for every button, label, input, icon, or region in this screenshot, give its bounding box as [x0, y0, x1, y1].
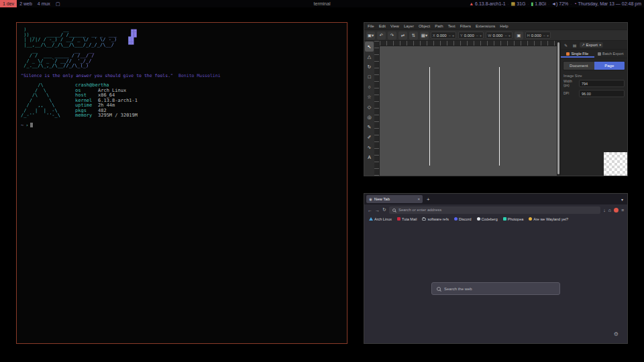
tool-3d-box[interactable]: ◇: [365, 102, 374, 112]
h-value[interactable]: 0.000: [531, 34, 542, 38]
x-label: X: [433, 34, 435, 38]
width-input[interactable]: 794: [579, 80, 625, 87]
bookmark-arch-linux[interactable]: Arch Linux: [369, 217, 392, 221]
tool-calligraphy[interactable]: ∿: [365, 142, 374, 152]
w-label: W: [488, 34, 491, 38]
w-value[interactable]: 0.000: [492, 34, 503, 38]
x-value[interactable]: 0.000: [437, 34, 447, 38]
list-tabs-icon[interactable]: ▾: [621, 197, 625, 202]
tab-title: New Tab: [374, 197, 390, 201]
reload-button[interactable]: ↻: [382, 207, 386, 213]
height-spinbox[interactable]: H 0.000 − +: [525, 32, 551, 39]
export-icon: ↗: [582, 43, 585, 47]
terminal-window[interactable]: ) __ ▄▄ )) _ _____/ /______ __ _ ___ ██ …: [16, 22, 347, 344]
forward-button[interactable]: →: [375, 208, 380, 213]
back-button[interactable]: ←: [368, 208, 372, 213]
volume-icon: ◄): [551, 1, 557, 6]
canvas[interactable]: [380, 46, 557, 176]
flip-horizontal-icon[interactable]: ⇄: [398, 32, 407, 40]
menu-help[interactable]: Help: [500, 24, 508, 28]
menu-object[interactable]: Object: [419, 24, 430, 28]
menu-extensions[interactable]: Extensions: [476, 24, 495, 28]
tab-batch-export[interactable]: Batch Export: [594, 50, 628, 58]
align-dropdown[interactable]: ▦▾: [420, 32, 429, 40]
menu-edit[interactable]: Edit: [379, 24, 386, 28]
tool-ellipse[interactable]: ○: [365, 82, 374, 92]
workspace-mux[interactable]: 4 mux: [35, 0, 53, 7]
layout-icon[interactable]: ▢: [53, 0, 63, 7]
bookmark-tuta-mail[interactable]: Tuta Mail: [397, 217, 417, 221]
plus-button[interactable]: +: [547, 34, 549, 38]
bookmark-are-we-wayland-yet[interactable]: Are we Wayland yet?: [529, 217, 568, 221]
tool-spiral[interactable]: ◎: [365, 112, 374, 122]
y-coordinate-spinbox[interactable]: Y 0.000 − +: [458, 32, 484, 39]
minus-button[interactable]: −: [543, 34, 545, 38]
width-spinbox[interactable]: W 0.000 − +: [486, 32, 513, 39]
fill-stroke-dialog-tab-icon[interactable]: ✎: [562, 42, 570, 49]
tool-rectangle[interactable]: □: [365, 72, 374, 82]
extension-icon[interactable]: [614, 208, 619, 213]
minus-button[interactable]: −: [504, 34, 506, 38]
x-coordinate-spinbox[interactable]: X 0.000 − +: [431, 32, 456, 39]
fetch-row: memory3295M / 32019M: [75, 113, 138, 119]
plus-button[interactable]: +: [508, 34, 511, 38]
datetime: Thursday, Mar 13 — 02:48 pm: [578, 1, 641, 6]
tool-text[interactable]: A: [365, 152, 374, 162]
prompt-symbol: ›: [25, 123, 28, 128]
active-tab[interactable]: ◉ New Tab ×: [366, 195, 423, 203]
close-tab-icon[interactable]: ×: [417, 197, 420, 201]
bookmark-photopea[interactable]: Photopea: [503, 217, 524, 221]
dpi-input[interactable]: 96.00: [579, 90, 625, 97]
menu-layer[interactable]: Layer: [404, 24, 414, 28]
scrollbar-thumb[interactable]: [557, 42, 559, 174]
menu-icon[interactable]: ≡: [621, 208, 624, 213]
new-tab-button[interactable]: +: [427, 196, 430, 202]
arch-bookmark-icon: [369, 217, 373, 221]
minus-button[interactable]: −: [476, 34, 478, 38]
tool-node-editor[interactable]: △: [365, 52, 374, 62]
vertical-ruler: [374, 41, 380, 176]
menu-filters[interactable]: Filters: [460, 24, 471, 28]
menu-path[interactable]: Path: [435, 24, 443, 28]
rotate-ccw-icon[interactable]: ↶: [377, 32, 386, 40]
menu-view[interactable]: View: [390, 24, 399, 28]
tool-pencil[interactable]: ✎: [365, 122, 374, 132]
workspace-web[interactable]: 2 web: [17, 0, 35, 7]
close-icon[interactable]: ×: [599, 43, 602, 47]
y-label: Y: [460, 34, 463, 38]
tool-shape-builder[interactable]: ↻: [365, 62, 374, 72]
minus-button[interactable]: −: [449, 34, 451, 38]
menu-text[interactable]: Text: [448, 24, 455, 28]
y-value[interactable]: 0.000: [464, 34, 475, 38]
web-search-input[interactable]: Search the web: [431, 282, 560, 295]
volume-module[interactable]: ◄) 72%: [551, 1, 568, 6]
text-cursor: [30, 123, 33, 127]
workspace-dev[interactable]: 1 dev: [0, 0, 17, 7]
bookmark-discord[interactable]: Discord: [454, 217, 472, 221]
address-bar[interactable]: Search or enter address: [389, 206, 600, 214]
tool-controls-bar: ▣▾ ↶ ↷ ⇄ ⇅ ▦▾ X 0.000 − + Y 0.000 − + W …: [364, 29, 627, 41]
document-button[interactable]: Document: [564, 62, 594, 70]
rotate-cw-icon[interactable]: ↷: [388, 32, 396, 40]
bookmark-codeberg[interactable]: Codeberg: [477, 217, 498, 221]
tool-selector[interactable]: ↖: [365, 42, 374, 52]
shell-prompt[interactable]: ~ ›: [21, 123, 343, 128]
home-icon[interactable]: ⌂: [608, 208, 611, 213]
system-fetch: /\ / \ /\ \ / \ / ,, \ / | | -\ /_-'' ''…: [21, 83, 343, 119]
export-dialog-tab[interactable]: ↗ Export ×: [580, 42, 603, 48]
selection-mode-dropdown[interactable]: ▣▾: [366, 32, 375, 40]
tool-pen[interactable]: ✐: [365, 132, 374, 142]
bookmark-label: software refs: [427, 217, 448, 221]
downloads-icon[interactable]: ↓: [603, 208, 606, 213]
flip-vertical-icon[interactable]: ⇅: [409, 32, 418, 40]
tab-single-file[interactable]: Single File: [561, 50, 594, 58]
tool-star[interactable]: ☆: [365, 92, 374, 102]
document-properties-dialog-tab-icon[interactable]: ▤: [571, 42, 578, 49]
plus-button[interactable]: +: [452, 34, 454, 38]
lock-ratio-icon[interactable]: ▣: [515, 32, 523, 40]
personalize-gear-icon[interactable]: ⚙: [614, 331, 619, 337]
page-button[interactable]: Page: [594, 62, 625, 70]
plus-button[interactable]: +: [480, 34, 482, 38]
bookmark-folder-software-refs[interactable]: software refs: [422, 217, 448, 221]
menu-file[interactable]: File: [368, 24, 374, 28]
